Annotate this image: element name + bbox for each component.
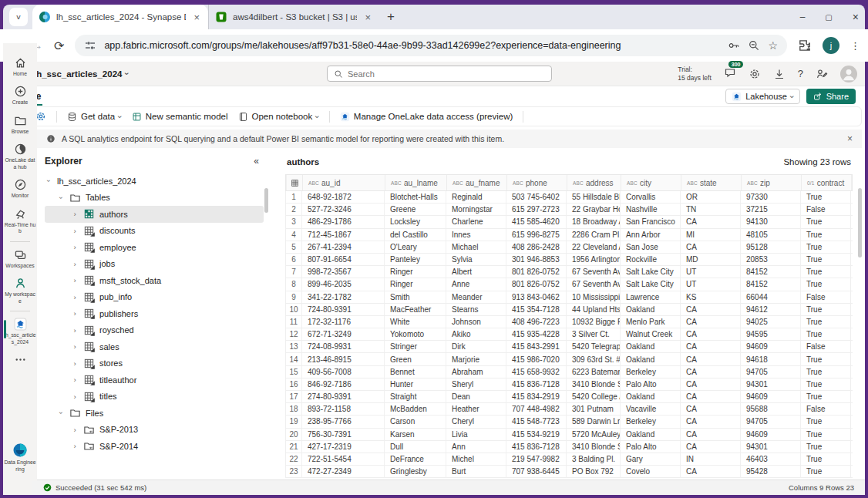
rail-item-onelake-data-hub[interactable]: OneLake data hub — [3, 139, 37, 174]
table-row[interactable]: 19238-95-7766CarsonCheryl415 548-7723589… — [285, 416, 853, 428]
rail-item-workspaces[interactable]: Workspaces — [3, 244, 37, 273]
column-header-city[interactable]: ABCcity — [621, 175, 681, 190]
table-row[interactable]: 1648-92-1872Blotchet-HallsReginald503 74… — [285, 191, 853, 204]
column-header-state[interactable]: ABCstate — [681, 175, 742, 190]
column-header-au_fname[interactable]: ABCau_fname — [447, 175, 507, 190]
collapse-panel-icon[interactable]: « — [254, 156, 259, 167]
table-row[interactable]: 11172-32-1176WhiteJohnson408 496-7223109… — [285, 316, 853, 328]
bookmark-star-icon[interactable]: ☆ — [768, 39, 778, 52]
minimize-button[interactable]: – — [800, 12, 806, 22]
tab-close-icon[interactable]: × — [362, 12, 373, 23]
workspace-title-dropdown[interactable]: lh_ssc_articles_2024 › — [34, 69, 129, 79]
rail-item-my-workspace[interactable]: My workspace — [3, 273, 37, 308]
table-row[interactable]: 20756-30-7391KarsenLivia415 534-92195720… — [285, 429, 853, 441]
notifications-button[interactable]: 300 — [724, 66, 736, 82]
table-row[interactable]: 4712-45-1867del CastilloInnes615 996-827… — [285, 229, 853, 241]
manage-onelake-access-button[interactable]: Manage OneLake data access (preview) — [340, 112, 513, 122]
close-window-button[interactable]: × — [853, 11, 859, 23]
table-row[interactable]: 18893-72-1158McBaddenHeather707 448-4982… — [285, 403, 853, 416]
table-row[interactable]: 16846-92-7186HunterSheryl415 836-7128341… — [285, 379, 853, 391]
chevron-right-icon[interactable]: › — [71, 426, 79, 434]
grid-corner-cell[interactable] — [286, 175, 303, 190]
account-avatar[interactable] — [840, 66, 857, 82]
tree-section-files[interactable]: ›Files — [45, 405, 264, 422]
grid-scrollbar[interactable] — [858, 188, 862, 257]
download-icon[interactable] — [773, 68, 786, 80]
chevron-down-icon[interactable]: › — [45, 177, 53, 185]
tree-table-jobs[interactable]: ›jobs — [45, 256, 264, 273]
tree-table-msft_stock_data[interactable]: ›msft_stock_data — [45, 272, 264, 289]
share-button[interactable]: Share — [806, 89, 856, 104]
browser-tab-active[interactable]: lh_ssc_articles_2024 - Synapse D × — [32, 5, 208, 29]
table-row[interactable]: 17274-80-9391StraightDean415 834-2919542… — [285, 391, 853, 403]
column-header-zip[interactable]: ABCzip — [742, 175, 802, 190]
chevron-right-icon[interactable]: › — [71, 293, 79, 301]
table-row[interactable]: 8899-46-2035RingerAnne801 826-075267 Sev… — [285, 278, 853, 291]
chevron-down-icon[interactable]: › — [57, 193, 66, 201]
settings-gear-blue-icon[interactable] — [35, 111, 46, 122]
get-data-button[interactable]: Get data› — [67, 112, 122, 122]
reload-button[interactable]: ⟳ — [54, 39, 64, 53]
feedback-icon[interactable] — [816, 68, 828, 80]
chevron-right-icon[interactable]: › — [71, 326, 79, 335]
tree-root[interactable]: ›lh_ssc_articles_2024 — [45, 173, 264, 190]
tree-table-sales[interactable]: ›sales — [45, 338, 264, 355]
chevron-right-icon[interactable]: › — [71, 359, 79, 368]
table-row[interactable]: 10724-80-9391MacFeatherStearns415 354-71… — [285, 304, 853, 316]
table-row[interactable]: 13724-08-9931StringerDirk415 843-2991542… — [285, 341, 853, 353]
extensions-icon[interactable] — [798, 39, 812, 52]
tree-table-employee[interactable]: ›employee — [45, 239, 264, 256]
site-settings-icon[interactable] — [84, 39, 96, 52]
table-row[interactable]: 14213-46-8915GreenMarjorie415 986-702030… — [285, 353, 853, 365]
tree-file-S&P-2013[interactable]: ›S&P-2013 — [45, 422, 264, 439]
chevron-right-icon[interactable]: › — [71, 375, 79, 384]
tree-file-S&P-2014[interactable]: ›S&P-2014 — [45, 438, 264, 455]
chevron-right-icon[interactable]: › — [71, 276, 79, 284]
tree-table-authors[interactable]: ›authors — [45, 206, 264, 223]
table-row[interactable]: 2527-72-3246GreeneMorningstar615 297-272… — [285, 204, 853, 216]
new-semantic-model-button[interactable]: New semantic model — [132, 112, 228, 122]
browser-menu-icon[interactable]: ⋮ — [850, 40, 860, 52]
chevron-right-icon[interactable]: › — [71, 442, 79, 450]
tree-table-publishers[interactable]: ›publishers — [45, 305, 264, 322]
tree-table-pub_info[interactable]: ›pub_info — [45, 289, 264, 306]
banner-close-icon[interactable]: × — [847, 133, 853, 144]
column-header-au_id[interactable]: ABCau_id — [303, 175, 385, 190]
tree-table-stores[interactable]: ›stores — [45, 355, 264, 372]
chevron-right-icon[interactable]: › — [71, 309, 79, 318]
column-header-phone[interactable]: ABCphone — [507, 175, 567, 190]
chevron-right-icon[interactable]: › — [71, 227, 79, 235]
tree-section-tables[interactable]: ›Tables — [45, 190, 264, 207]
help-icon[interactable]: ? — [798, 68, 803, 79]
rail-item-real-time-hub[interactable]: Real-Time hub — [3, 204, 37, 239]
settings-gear-icon[interactable] — [749, 68, 761, 80]
chevron-right-icon[interactable]: › — [71, 243, 79, 251]
tree-table-discounts[interactable]: ›discounts — [45, 223, 264, 240]
table-row[interactable]: 9341-22-1782SmithMeander913 843-046210 M… — [285, 291, 853, 304]
open-notebook-button[interactable]: Open notebook› — [238, 112, 319, 122]
tab-search-button[interactable]: ∧ — [9, 8, 28, 26]
table-row[interactable]: 15409-56-7008BennetAbraham415 658-993262… — [285, 366, 853, 379]
chevron-down-icon[interactable]: › — [57, 409, 66, 417]
browser-tab-inactive[interactable]: aws4dilbert - S3 bucket | S3 | us × — [208, 5, 379, 29]
table-row[interactable]: 7998-72-3567RingerAlbert801 826-075267 S… — [285, 266, 853, 278]
column-header-address[interactable]: ABCaddress — [567, 175, 621, 190]
new-tab-button[interactable]: + — [379, 9, 402, 25]
maximize-button[interactable]: ▢ — [825, 13, 832, 22]
explorer-scrollbar[interactable] — [264, 188, 268, 213]
rail-item-lh-ssc-articles-2024[interactable]: lh_ssc_articles_2024 — [3, 314, 37, 349]
column-header-contract[interactable]: 0/1contract — [802, 175, 852, 190]
tree-table-titles[interactable]: ›titles — [45, 389, 264, 405]
rail-item-home[interactable]: Home — [3, 52, 37, 81]
rail-item-browse[interactable]: Browse — [3, 110, 37, 139]
chevron-right-icon[interactable]: › — [71, 392, 79, 401]
chevron-right-icon[interactable]: › — [71, 210, 79, 218]
tree-table-titleauthor[interactable]: ›titleauthor — [45, 372, 264, 389]
fabric-search-input[interactable]: Search — [327, 66, 552, 82]
table-row[interactable]: 3486-29-1786LocksleyCharlene415 585-4620… — [285, 216, 853, 228]
password-key-icon[interactable] — [728, 39, 740, 52]
chevron-right-icon[interactable]: › — [71, 260, 79, 268]
table-row[interactable]: 22722-51-5454DeFranceMichel219 547-99823… — [285, 453, 853, 466]
url-bar[interactable]: app.fabric.microsoft.com/groups/me/lakeh… — [75, 35, 787, 56]
chevron-right-icon[interactable]: › — [71, 342, 79, 351]
